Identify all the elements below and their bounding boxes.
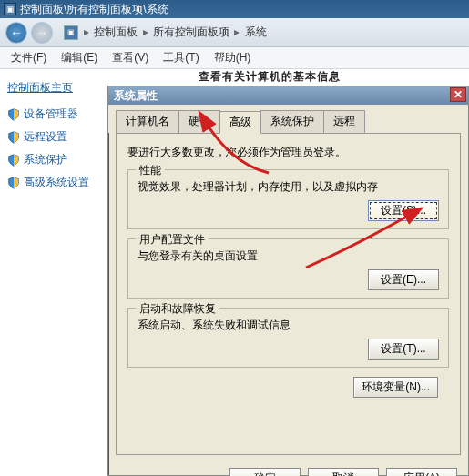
breadcrumb-p1[interactable]: 控制面板 [94, 25, 138, 38]
menu-tools[interactable]: 工具(T) [156, 48, 206, 67]
group-desc: 与您登录有关的桌面设置 [138, 248, 439, 264]
sidebar-item-advanced[interactable]: 高级系统设置 [5, 171, 98, 194]
group-label: 用户配置文件 [136, 232, 209, 248]
admin-note: 要进行大多数更改，您必须作为管理员登录。 [127, 145, 449, 160]
menu-file[interactable]: 文件(F) [4, 48, 54, 67]
group-performance: 性能 视觉效果，处理器计划，内存使用，以及虚拟内存 设置(S)... [127, 169, 449, 229]
dialog-title: 系统属性 [114, 88, 158, 104]
sidebar: 控制面板主页 设备管理器 远程设置 系统保护 高级系统设置 [0, 69, 104, 201]
shield-icon [7, 108, 20, 121]
location-icon: ▣ [64, 25, 78, 40]
group-desc: 系统启动、系统失败和调试信息 [138, 318, 439, 333]
group-startup: 启动和故障恢复 系统启动、系统失败和调试信息 设置(T)... [127, 308, 449, 368]
menu-edit[interactable]: 编辑(E) [54, 48, 105, 67]
forward-button[interactable]: → [31, 22, 53, 44]
nav-toolbar: ← → ▣ ▸ 控制面板 ▸ 所有控制面板项 ▸ 系统 [0, 18, 469, 47]
menu-bar: 文件(F) 编辑(E) 查看(V) 工具(T) 帮助(H) [0, 47, 469, 69]
sidebar-item-label: 高级系统设置 [24, 175, 89, 190]
apply-button[interactable]: 应用(A) [386, 468, 457, 476]
back-button[interactable]: ← [5, 22, 27, 44]
group-desc: 视觉效果，处理器计划，内存使用，以及虚拟内存 [138, 179, 439, 195]
tab-panel-advanced: 要进行大多数更改，您必须作为管理员登录。 性能 视觉效果，处理器计划，内存使用，… [116, 133, 461, 455]
shield-icon [7, 154, 20, 167]
sidebar-item-device-manager[interactable]: 设备管理器 [5, 103, 98, 126]
tab-computer-name[interactable]: 计算机名 [116, 110, 179, 133]
shield-icon [7, 177, 20, 189]
main-heading: 查看有关计算机的基本信息 [199, 69, 341, 84]
sidebar-item-label: 远程设置 [24, 129, 67, 145]
settings-profile-button[interactable]: 设置(E)... [368, 269, 439, 290]
tab-hardware[interactable]: 硬件 [178, 110, 220, 133]
shield-icon [7, 131, 20, 144]
breadcrumb-p3[interactable]: 系统 [245, 25, 267, 38]
window-titlebar: ▣ 控制面板\所有控制面板项\系统 [0, 0, 469, 18]
dialog-titlebar[interactable]: 系统属性 ✕ [108, 86, 468, 105]
ok-button[interactable]: 确定 [229, 468, 301, 476]
group-user-profile: 用户配置文件 与您登录有关的桌面设置 设置(E)... [127, 238, 449, 299]
breadcrumb-p2[interactable]: 所有控制面板项 [153, 25, 229, 38]
env-vars-button[interactable]: 环境变量(N)... [353, 377, 438, 398]
sidebar-item-label: 设备管理器 [24, 106, 78, 122]
menu-help[interactable]: 帮助(H) [207, 48, 259, 67]
sidebar-header[interactable]: 控制面板主页 [5, 76, 98, 103]
sidebar-item-remote[interactable]: 远程设置 [5, 126, 98, 148]
tab-strip: 计算机名 硬件 高级 系统保护 远程 [108, 105, 468, 133]
tab-remote[interactable]: 远程 [323, 110, 365, 133]
tab-advanced[interactable]: 高级 [219, 111, 261, 134]
breadcrumb[interactable]: ▸ 控制面板 ▸ 所有控制面板项 ▸ 系统 [82, 25, 267, 40]
sidebar-item-protection[interactable]: 系统保护 [5, 148, 98, 171]
window-title: 控制面板\所有控制面板项\系统 [20, 2, 168, 17]
dialog-button-row: 确定 取消 应用(A) [108, 462, 468, 476]
settings-perf-button[interactable]: 设置(S)... [368, 200, 439, 221]
group-label: 启动和故障恢复 [136, 301, 219, 317]
tab-protection[interactable]: 系统保护 [260, 110, 324, 133]
sidebar-item-label: 系统保护 [24, 152, 67, 167]
menu-view[interactable]: 查看(V) [105, 48, 156, 67]
settings-startup-button[interactable]: 设置(T)... [368, 339, 439, 360]
system-icon: ▣ [4, 3, 16, 15]
group-label: 性能 [136, 163, 165, 178]
system-properties-dialog: 系统属性 ✕ 计算机名 硬件 高级 系统保护 远程 要进行大多数更改，您必须作为… [107, 86, 469, 476]
cancel-button[interactable]: 取消 [308, 468, 379, 476]
close-button[interactable]: ✕ [450, 87, 466, 102]
